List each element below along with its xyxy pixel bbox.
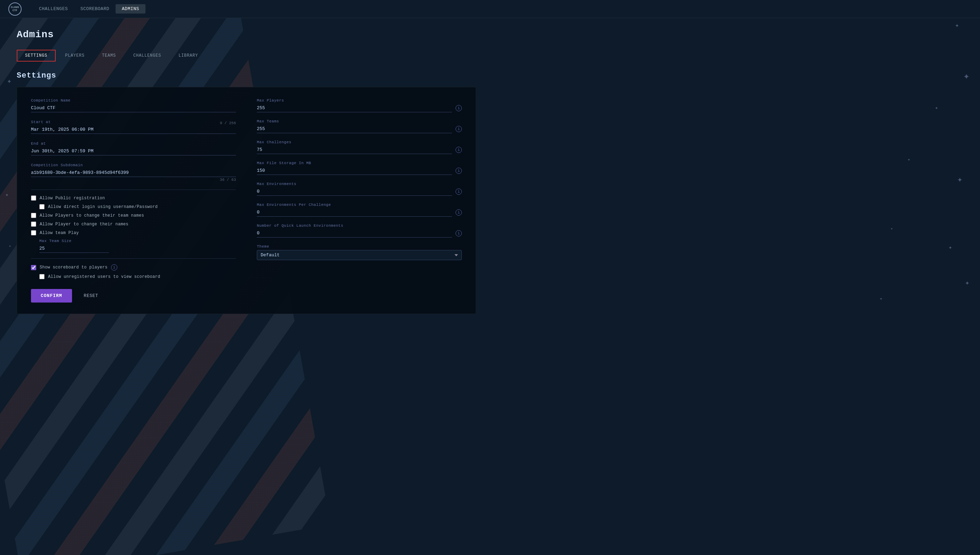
allow-unregistered-scoreboard-checkbox[interactable] [39,274,45,279]
max-environments-input[interactable] [257,188,452,196]
checkbox-player-names: Allow Player to change their names [31,221,236,227]
max-challenges-row: i [257,146,462,154]
max-players-group: Max Players i [257,98,462,112]
num-quick-launch-row: i [257,229,462,237]
allow-direct-login-checkbox[interactable] [39,204,45,209]
max-environments-info-icon[interactable]: i [455,188,462,195]
tab-players[interactable]: PLAYERS [57,50,93,61]
page-content: Admins SETTINGS PLAYERS TEAMS CHALLENGES… [0,18,980,331]
allow-change-team-names-label[interactable]: Allow Players to change their team names [40,213,144,218]
tab-settings[interactable]: SETTINGS [17,50,56,61]
logo-icon: CLOUDCTF [8,2,22,16]
start-at-group: Start at 9 / 256 [31,120,236,134]
tab-challenges[interactable]: CHALLENGES [125,50,169,61]
buttons-row: CONFIRM RESET [31,289,236,303]
settings-left-column: Competition Name Start at 9 / 256 End at [31,98,236,303]
subdomain-group: Competition Subdomain 36 / 63 [31,163,236,182]
allow-unregistered-scoreboard-label[interactable]: Allow unregistered users to view scorebo… [48,274,161,279]
allow-change-player-names-label[interactable]: Allow Player to change their names [40,222,129,227]
reset-button[interactable]: RESET [77,289,105,303]
nav-links: CHALLENGES SCOREBOARD ADMINS [33,4,145,14]
settings-grid: Competition Name Start at 9 / 256 End at [31,98,462,303]
max-challenges-input[interactable] [257,146,452,154]
tab-teams[interactable]: TEAMS [94,50,124,61]
competition-name-group: Competition Name [31,98,236,112]
max-environments-label: Max Environments [257,182,462,186]
max-team-size-input[interactable] [39,244,109,253]
checkbox-show-scoreboard: Show scoreboard to players i [31,264,236,271]
subdomain-input[interactable] [31,168,236,177]
start-at-label: Start at [31,120,51,124]
theme-group: Theme Default Dark Light [257,244,462,260]
settings-right-column: Max Players i Max Teams i Max [257,98,462,303]
max-teams-group: Max Teams i [257,119,462,133]
allow-direct-login-label[interactable]: Allow direct login using username/Passwo… [48,204,158,209]
divider2 [31,258,236,259]
nav-admins[interactable]: ADMINS [116,4,145,14]
max-env-per-challenge-input[interactable] [257,208,452,217]
section-title: Settings [17,71,963,80]
top-nav: CLOUDCTF CHALLENGES SCOREBOARD ADMINS [0,0,980,18]
num-quick-launch-input[interactable] [257,229,452,237]
max-teams-input[interactable] [257,125,452,133]
allow-change-team-names-checkbox[interactable] [31,213,36,218]
max-players-row: i [257,104,462,112]
allow-public-reg-checkbox[interactable] [31,196,36,201]
max-challenges-info-icon[interactable]: i [455,147,462,153]
show-scoreboard-label[interactable]: Show scoreboard to players [40,265,108,270]
max-players-info-icon[interactable]: i [455,105,462,111]
end-at-input[interactable] [31,147,236,156]
end-at-group: End at [31,141,236,156]
subdomain-counter: 36 / 63 [31,178,236,182]
allow-team-play-checkbox[interactable] [31,230,36,236]
checkbox-public-reg: Allow Public registration [31,196,236,201]
theme-select[interactable]: Default Dark Light [257,250,462,260]
checkbox-unregistered-scoreboard: Allow unregistered users to view scorebo… [39,274,236,279]
nav-scoreboard[interactable]: SCOREBOARD [74,4,116,14]
divider [31,189,236,190]
num-quick-launch-group: Number of Quick Launch Environments i [257,224,462,237]
max-file-storage-input[interactable] [257,167,452,175]
max-challenges-label: Max Challenges [257,140,462,144]
competition-name-input[interactable] [31,104,236,112]
start-at-counter: 9 / 256 [220,121,236,125]
max-env-per-challenge-info-icon[interactable]: i [455,209,462,216]
max-team-size-label: Max Team Size [39,239,236,243]
page-title: Admins [17,29,963,40]
max-env-per-challenge-group: Max Environments Per Challenge i [257,203,462,217]
allow-change-player-names-checkbox[interactable] [31,221,36,227]
allow-public-reg-label[interactable]: Allow Public registration [40,196,105,201]
logo: CLOUDCTF [8,2,22,16]
max-environments-row: i [257,188,462,196]
max-challenges-group: Max Challenges i [257,140,462,154]
confirm-button[interactable]: CONFIRM [31,289,72,303]
max-environments-group: Max Environments i [257,182,462,196]
max-teams-label: Max Teams [257,119,462,124]
logo-text: CLOUDCTF [11,6,19,12]
max-teams-row: i [257,125,462,133]
max-file-storage-group: Max File Storage In MB i [257,161,462,175]
checkbox-direct-login: Allow direct login using username/Passwo… [39,204,236,209]
start-at-input[interactable] [31,125,236,134]
max-players-input[interactable] [257,104,452,112]
num-quick-launch-label: Number of Quick Launch Environments [257,224,462,228]
checkbox-team-names: Allow Players to change their team names [31,213,236,218]
max-file-storage-row: i [257,167,462,175]
max-file-storage-info-icon[interactable]: i [455,168,462,174]
nav-challenges[interactable]: CHALLENGES [33,4,74,14]
max-players-label: Max Players [257,98,462,103]
theme-label: Theme [257,244,462,249]
max-env-per-challenge-label: Max Environments Per Challenge [257,203,462,207]
max-file-storage-label: Max File Storage In MB [257,161,462,165]
num-quick-launch-info-icon[interactable]: i [455,230,462,236]
max-team-size-group: Max Team Size [39,239,236,253]
end-at-label: End at [31,141,236,146]
tab-library[interactable]: LIBRARY [171,50,206,61]
sub-tabs: SETTINGS PLAYERS TEAMS CHALLENGES LIBRAR… [17,50,963,61]
show-scoreboard-info-icon[interactable]: i [111,264,117,271]
settings-card: Competition Name Start at 9 / 256 End at [17,87,476,314]
show-scoreboard-checkbox[interactable] [31,265,36,270]
subdomain-label: Competition Subdomain [31,163,236,167]
allow-team-play-label[interactable]: Allow team Play [40,231,79,236]
max-teams-info-icon[interactable]: i [455,126,462,132]
